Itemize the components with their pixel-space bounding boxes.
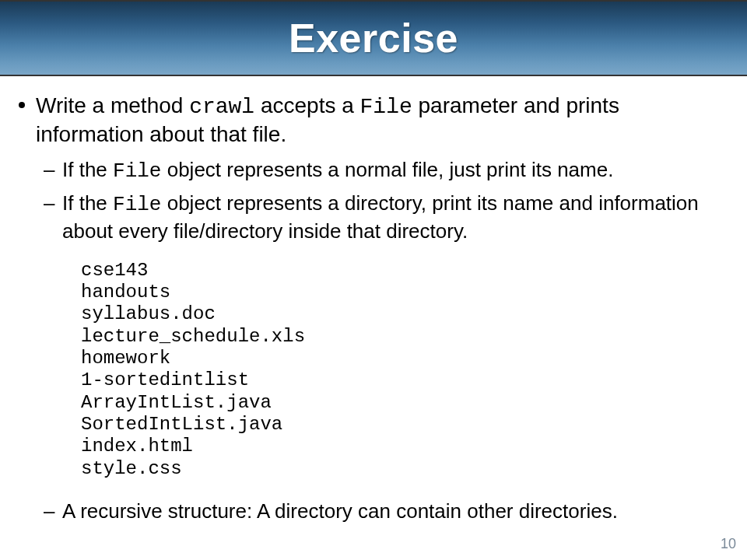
bullet-main-text: Write a method crawl accepts a File para… xyxy=(36,92,730,148)
slide-title: Exercise xyxy=(289,15,458,61)
bullet-sub-1-text: If the File object represents a normal f… xyxy=(62,157,730,184)
slide-body: Write a method crawl accepts a File para… xyxy=(0,76,747,524)
bullet-sub-2: If the File object represents a director… xyxy=(36,191,730,244)
slide-header: Exercise xyxy=(0,0,747,76)
slide: Exercise Write a method crawl accepts a … xyxy=(0,0,747,560)
code-block: cse143 handouts syllabus.doc lecture_sch… xyxy=(81,260,730,480)
bullet-sub-2-text: If the File object represents a director… xyxy=(62,191,730,244)
bullet-sub-3-text: A recursive structure: A directory can c… xyxy=(62,499,730,524)
page-number: 10 xyxy=(721,536,736,552)
bullet-main: Write a method crawl accepts a File para… xyxy=(17,92,730,524)
bullet-sub-3: A recursive structure: A directory can c… xyxy=(36,499,730,524)
bullet-sub-1: If the File object represents a normal f… xyxy=(36,157,730,184)
